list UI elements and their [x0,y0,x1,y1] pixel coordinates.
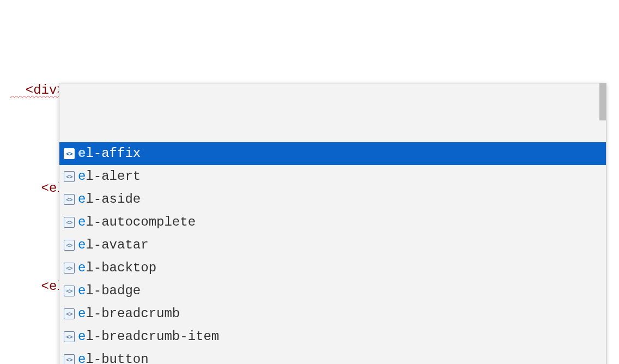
autocomplete-item-label: el-breadcrumb [78,304,180,324]
snippet-icon: <> [64,263,75,274]
snippet-icon: <> [64,354,75,364]
autocomplete-item[interactable]: <>el-backtop [59,257,606,280]
autocomplete-item-label: el-button [78,350,149,364]
autocomplete-item-label: el-aside [78,190,141,209]
snippet-icon: <> [64,308,75,319]
autocomplete-item[interactable]: <>el-aside [59,188,606,211]
autocomplete-item[interactable]: <>el-avatar [59,234,606,257]
snippet-icon: <> [64,240,75,251]
autocomplete-item[interactable]: <>el-affix [59,142,606,165]
autocomplete-item-label: el-alert [78,167,141,186]
autocomplete-item-label: el-avatar [78,235,149,255]
snippet-icon: <> [64,194,75,205]
snippet-icon: <> [64,331,75,342]
autocomplete-item[interactable]: <>el-badge [59,280,606,302]
snippet-icon: <> [64,148,75,159]
autocomplete-item[interactable]: <>el-button [59,348,606,364]
autocomplete-item-label: el-backtop [78,258,156,278]
autocomplete-item[interactable]: <>el-alert [59,165,606,188]
autocomplete-item[interactable]: <>el-breadcrumb [59,302,606,325]
autocomplete-scrollbar[interactable] [599,83,606,120]
autocomplete-item-label: el-affix [78,144,141,163]
code-editor[interactable]: <div> <el-button type="primary" size="sm… [0,0,619,364]
autocomplete-item-label: el-breadcrumb-item [78,327,219,347]
autocomplete-item[interactable]: <>el-autocomplete [59,211,606,234]
snippet-icon: <> [64,217,75,228]
autocomplete-item[interactable]: <>el-breadcrumb-item [59,325,606,348]
autocomplete-item-label: el-badge [78,281,141,301]
snippet-icon: <> [64,286,75,296]
autocomplete-item-label: el-autocomplete [78,213,196,232]
autocomplete-popup[interactable]: <>el-affix<>el-alert<>el-aside<>el-autoc… [59,83,606,364]
snippet-icon: <> [64,171,75,182]
autocomplete-list: <>el-affix<>el-alert<>el-aside<>el-autoc… [59,142,606,364]
